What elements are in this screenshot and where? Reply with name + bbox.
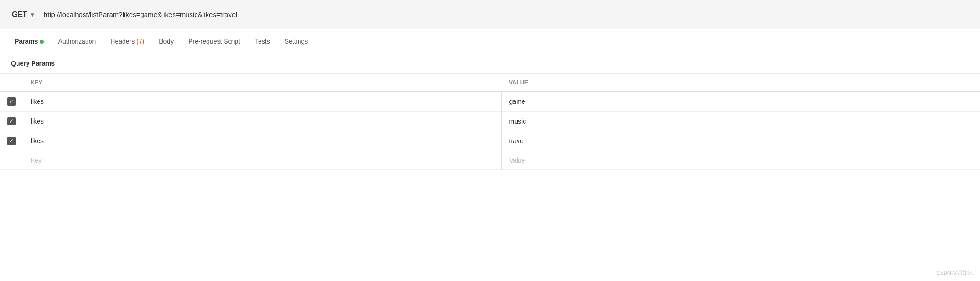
row1-value[interactable]: game [501, 92, 980, 112]
content-area: Query Params KEY VALUE ✓ likes g [0, 53, 980, 170]
row1-checkbox-wrapper[interactable]: ✓ [7, 97, 16, 106]
row2-value[interactable]: music [501, 112, 980, 131]
params-dot-indicator [40, 40, 44, 44]
table-row: ✓ likes game [0, 92, 980, 112]
headers-count: (7) [136, 38, 144, 45]
method-label: GET [12, 11, 27, 19]
method-selector[interactable]: GET ▾ [7, 8, 38, 22]
query-params-section-title: Query Params [0, 53, 980, 74]
params-table: KEY VALUE ✓ likes game [0, 74, 980, 170]
tab-params[interactable]: Params [7, 31, 51, 51]
tab-headers-label: Headers [110, 38, 135, 45]
tabs-bar: Params Authorization Headers (7) Body Pr… [0, 29, 980, 53]
empty-checkbox-cell [0, 151, 23, 170]
tab-body[interactable]: Body [152, 31, 181, 51]
tab-headers[interactable]: Headers (7) [103, 31, 152, 51]
row3-key[interactable]: likes [23, 131, 502, 151]
tab-params-label: Params [15, 38, 38, 45]
tab-pre-request-label: Pre-request Script [188, 38, 240, 45]
row3-checkbox-cell: ✓ [0, 131, 23, 151]
tab-pre-request-script[interactable]: Pre-request Script [181, 31, 248, 51]
empty-row: Key Value [0, 151, 980, 170]
table-header-row: KEY VALUE [0, 74, 980, 92]
key-placeholder-text: Key [31, 157, 42, 164]
tab-authorization-label: Authorization [58, 38, 96, 45]
row2-checkmark-icon: ✓ [9, 118, 14, 124]
empty-value-placeholder[interactable]: Value [501, 151, 980, 170]
row2-checkbox-cell: ✓ [0, 112, 23, 131]
tab-settings-label: Settings [285, 38, 308, 45]
watermark: CSDN @月知忆 [937, 270, 973, 276]
row3-checkbox[interactable]: ✓ [7, 137, 16, 145]
url-bar: GET ▾ [0, 0, 980, 29]
table-row: ✓ likes travel [0, 131, 980, 151]
method-chevron-icon: ▾ [31, 11, 34, 18]
empty-key-placeholder[interactable]: Key [23, 151, 502, 170]
table-row: ✓ likes music [0, 112, 980, 131]
row3-checkbox-wrapper[interactable]: ✓ [7, 137, 16, 145]
tab-tests[interactable]: Tests [248, 31, 277, 51]
value-placeholder-text: Value [509, 157, 525, 164]
tab-body-label: Body [159, 38, 174, 45]
th-key: KEY [23, 74, 502, 92]
th-checkbox [0, 74, 23, 92]
tab-authorization[interactable]: Authorization [51, 31, 103, 51]
row2-key[interactable]: likes [23, 112, 502, 131]
row3-checkmark-icon: ✓ [9, 138, 14, 144]
th-value: VALUE [501, 74, 980, 92]
row1-checkbox-cell: ✓ [0, 92, 23, 112]
row2-checkbox-wrapper[interactable]: ✓ [7, 117, 16, 125]
row2-checkbox[interactable]: ✓ [7, 117, 16, 125]
tab-settings[interactable]: Settings [277, 31, 315, 51]
tab-tests-label: Tests [255, 38, 270, 45]
row3-value[interactable]: travel [501, 131, 980, 151]
row1-key[interactable]: likes [23, 92, 502, 112]
url-input[interactable] [38, 8, 973, 21]
row1-checkbox[interactable]: ✓ [7, 97, 16, 106]
row1-checkmark-icon: ✓ [9, 99, 14, 104]
